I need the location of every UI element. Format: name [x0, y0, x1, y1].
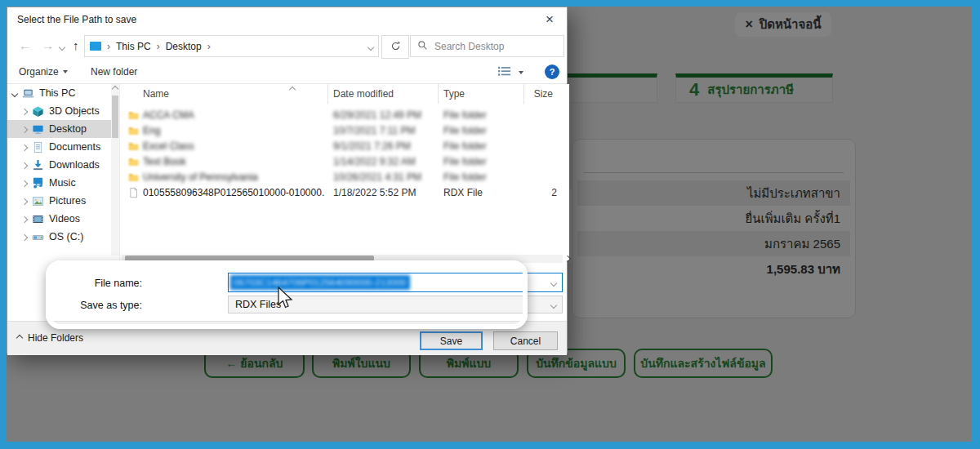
- file-type: File folder: [443, 140, 525, 152]
- scrollbar-thumb[interactable]: [125, 256, 374, 262]
- expander-chevron-icon[interactable]: [22, 105, 27, 117]
- sidebar-item[interactable]: Documents: [7, 138, 119, 156]
- expander-chevron-icon[interactable]: [22, 177, 27, 189]
- folder-tree-sidebar: This PC 3D Objects Desktop Documents: [7, 84, 119, 260]
- back-arrow-icon[interactable]: ←: [19, 38, 31, 52]
- sidebar-item-label: OS (C:): [49, 231, 83, 242]
- sidebar-item[interactable]: 3D Objects: [7, 102, 119, 120]
- sidebar-scrollbar[interactable]: [111, 84, 119, 256]
- expander-chevron-icon[interactable]: [22, 141, 27, 153]
- sidebar-item-label: Videos: [49, 213, 80, 224]
- scroll-up-icon[interactable]: [112, 86, 118, 92]
- refresh-button[interactable]: [381, 35, 409, 59]
- recent-locations-chevron-icon[interactable]: [60, 38, 65, 52]
- save-button[interactable]: Save: [420, 331, 483, 350]
- file-date-modified: 1/14/2022 9:32 AM: [333, 156, 439, 167]
- sidebar-item-label: 3D Objects: [49, 105, 100, 117]
- file-date-modified: 6/29/2021 12:49 PM: [333, 109, 439, 121]
- file-size: 2: [524, 187, 557, 198]
- file-row[interactable]: ACCA CMA 6/29/2021 12:49 PM File folder: [120, 107, 569, 122]
- refresh-icon: [390, 41, 401, 54]
- folder-icon: [127, 125, 140, 136]
- app-stage: × ปิดหน้าจอนี้ ย 4 สรุปรายการภาษี ไม่มีป…: [7, 7, 971, 442]
- dialog-footer: Hide Folders Save Cancel: [7, 321, 567, 355]
- expander-chevron-icon[interactable]: [22, 159, 27, 171]
- sidebar-item-label: Documents: [49, 141, 100, 153]
- file-name-label: File name:: [56, 278, 142, 289]
- search-icon: [417, 40, 428, 53]
- file-name: Eng: [143, 125, 324, 136]
- file-row[interactable]: Eng 10/7/2021 7:11 PM File folder: [120, 122, 569, 138]
- up-arrow-icon[interactable]: ↑: [73, 38, 79, 52]
- sidebar-item-label: Desktop: [49, 123, 87, 135]
- horizontal-scrollbar[interactable]: [122, 255, 563, 263]
- expander-chevron-icon[interactable]: [22, 195, 27, 207]
- sidebar-item[interactable]: Videos: [7, 210, 119, 228]
- desktop-location-icon: [90, 42, 101, 51]
- file-row[interactable]: 0105558096348P012565010000-010000.r... 1…: [120, 184, 569, 200]
- file-name-selected-text: 06703C1464706P012564090000-213000: [230, 275, 410, 290]
- cancel-button[interactable]: Cancel: [493, 331, 558, 350]
- breadcrumb-dropdown-icon[interactable]: [368, 41, 373, 52]
- desktop-icon: [32, 123, 44, 136]
- sidebar-item[interactable]: Music: [7, 174, 119, 192]
- file-name-input[interactable]: 06703C1464706P012564090000-213000: [228, 273, 563, 292]
- scrollbar-thumb[interactable]: [112, 96, 118, 138]
- file-name: ACCA CMA: [143, 109, 324, 121]
- search-input[interactable]: [433, 40, 557, 53]
- folder-icon: [127, 140, 140, 152]
- folder-icon: [127, 156, 140, 167]
- file-date-modified: 10/7/2021 7:11 PM: [333, 125, 439, 136]
- file-icon: [127, 187, 140, 198]
- file-type: File folder: [443, 156, 525, 167]
- file-type: File folder: [443, 125, 525, 136]
- column-header-type[interactable]: Type: [439, 84, 524, 104]
- breadcrumb-item[interactable]: Desktop ›: [166, 41, 211, 52]
- file-row[interactable]: Excel Class 9/1/2021 7:26 PM File folder: [120, 138, 569, 153]
- file-type: RDX File: [443, 187, 525, 198]
- view-mode-caret-icon[interactable]: [519, 71, 523, 74]
- column-header-date-modified[interactable]: Date modified: [328, 84, 439, 104]
- sidebar-item[interactable]: OS (C:): [7, 228, 119, 246]
- tutorial-highlight-callout: [46, 260, 528, 329]
- expander-chevron-icon[interactable]: [22, 231, 27, 242]
- help-icon[interactable]: ?: [545, 64, 559, 79]
- folder-icon: [127, 171, 140, 183]
- column-header-name[interactable]: Name: [120, 84, 328, 104]
- hide-folders-button[interactable]: Hide Folders: [17, 332, 83, 344]
- save-as-type-label: Save as type:: [56, 300, 142, 311]
- chevron-up-icon: [16, 335, 23, 341]
- search-box[interactable]: [410, 35, 564, 57]
- organize-menu[interactable]: Organize: [19, 66, 68, 78]
- folder-icon: [127, 109, 140, 121]
- view-mode-icon[interactable]: [497, 65, 511, 79]
- sidebar-item-label: Music: [49, 177, 76, 189]
- save-as-type-select[interactable]: RDX Files: [228, 296, 563, 313]
- breadcrumb[interactable]: › This PC › Desktop ›: [84, 35, 379, 57]
- breadcrumb-item[interactable]: This PC ›: [116, 41, 160, 52]
- sidebar-item[interactable]: Desktop: [7, 120, 119, 138]
- file-row[interactable]: Text Book 1/14/2022 9:32 AM File folder: [120, 153, 569, 169]
- breadcrumb-separator: ›: [107, 41, 110, 52]
- column-header-size[interactable]: Size: [524, 84, 569, 104]
- download-icon: [32, 159, 44, 171]
- dialog-titlebar[interactable]: Select the File Path to save ×: [7, 7, 567, 32]
- sidebar-item[interactable]: This PC: [7, 84, 119, 102]
- document-icon: [32, 141, 44, 153]
- file-name-dropdown-icon[interactable]: [550, 280, 557, 287]
- close-icon[interactable]: ×: [541, 11, 559, 29]
- file-date-modified: 9/1/2021 7:26 PM: [333, 140, 439, 152]
- sidebar-item-label: Pictures: [49, 195, 86, 207]
- sidebar-item[interactable]: Pictures: [7, 192, 119, 210]
- sidebar-item[interactable]: Downloads: [7, 156, 119, 174]
- save-file-dialog: Select the File Path to save × ← → ↑ › T…: [7, 7, 568, 353]
- save-as-type-value: RDX Files: [235, 299, 281, 310]
- forward-arrow-icon[interactable]: →: [42, 38, 54, 52]
- expander-chevron-icon[interactable]: [22, 123, 27, 135]
- expander-chevron-icon[interactable]: [22, 213, 27, 224]
- save-as-type-dropdown-icon[interactable]: [550, 302, 557, 309]
- file-name: Text Book: [143, 156, 324, 167]
- file-row[interactable]: University of Pennsylvania 10/26/2021 4:…: [120, 169, 569, 184]
- new-folder-button[interactable]: New folder: [91, 66, 137, 78]
- expander-chevron-icon[interactable]: [12, 87, 17, 99]
